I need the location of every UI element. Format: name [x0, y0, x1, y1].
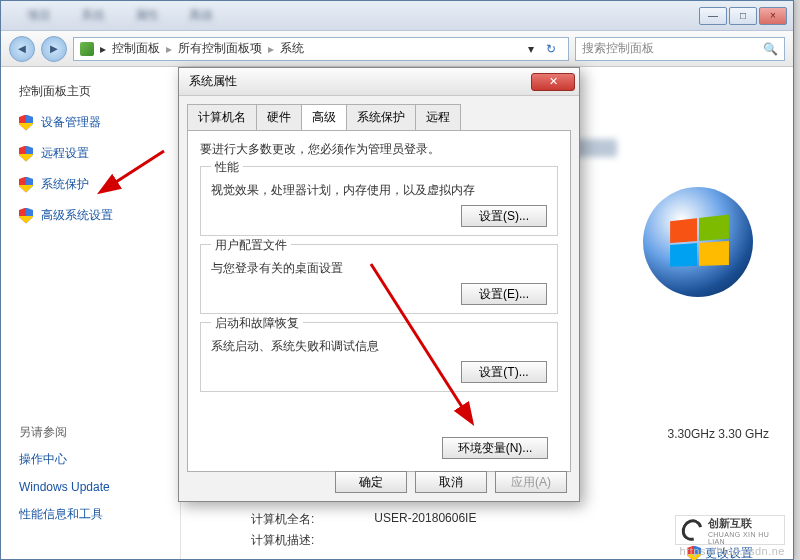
sidebar-item-remote[interactable]: 远程设置 [19, 145, 180, 162]
link-performance[interactable]: 性能信息和工具 [19, 506, 180, 523]
close-button[interactable]: × [759, 7, 787, 25]
group-startup-recovery: 启动和故障恢复 系统启动、系统失败和调试信息 设置(T)... [200, 322, 558, 392]
brand-logo: 创新互联 CHUANG XIN HU LIAN [675, 515, 785, 545]
search-box[interactable]: 搜索控制面板 🔍 [575, 37, 785, 61]
toolbar: ◄ ► ▸ 控制面板 ▸ 所有控制面板项 ▸ 系统 ▾ ↻ 搜索控制面板 🔍 [1, 31, 793, 67]
breadcrumb-mid[interactable]: 所有控制面板项 [178, 40, 262, 57]
sidebar: 控制面板主页 设备管理器 远程设置 系统保护 高级系统设置 另请参阅 操作中心 … [1, 67, 181, 559]
tab-remote[interactable]: 远程 [415, 104, 461, 130]
tab-hardware[interactable]: 硬件 [256, 104, 302, 130]
ok-button[interactable]: 确定 [335, 471, 407, 493]
maximize-button[interactable]: □ [729, 7, 757, 25]
sidebar-item-device-manager[interactable]: 设备管理器 [19, 114, 180, 131]
refresh-icon[interactable]: ↻ [540, 42, 562, 56]
search-placeholder: 搜索控制面板 [582, 40, 654, 57]
sidebar-item-protection[interactable]: 系统保护 [19, 176, 180, 193]
apply-button[interactable]: 应用(A) [495, 471, 567, 493]
control-panel-window: 项目系统属性高级 — □ × ◄ ► ▸ 控制面板 ▸ 所有控制面板项 ▸ 系统… [0, 0, 794, 560]
environment-variables-button[interactable]: 环境变量(N)... [442, 437, 548, 459]
dialog-close-button[interactable]: ✕ [531, 73, 575, 91]
cancel-button[interactable]: 取消 [415, 471, 487, 493]
tab-panel-advanced: 要进行大多数更改，您必须作为管理员登录。 性能 视觉效果，处理器计划，内存使用，… [187, 130, 571, 472]
computer-info: 计算机全名:USER-20180606IE 计算机描述: [251, 511, 476, 553]
address-bar[interactable]: ▸ 控制面板 ▸ 所有控制面板项 ▸ 系统 ▾ ↻ [73, 37, 569, 61]
shield-icon [19, 115, 33, 131]
shield-icon [19, 177, 33, 193]
link-windows-update[interactable]: Windows Update [19, 480, 180, 494]
see-also-heading: 另请参阅 [19, 424, 180, 441]
dialog-button-row: 确定 取消 应用(A) [335, 471, 567, 493]
tab-advanced[interactable]: 高级 [301, 104, 347, 130]
cpu-freq: 3.30GHz 3.30 GHz [668, 427, 769, 441]
brand-c-icon [678, 516, 706, 545]
dialog-tabs: 计算机名 硬件 高级 系统保护 远程 [187, 104, 571, 130]
sidebar-heading: 控制面板主页 [19, 83, 180, 100]
minimize-button[interactable]: — [699, 7, 727, 25]
shield-icon [19, 208, 33, 224]
back-button[interactable]: ◄ [9, 36, 35, 62]
window-titlebar: 项目系统属性高级 — □ × [1, 1, 793, 31]
group-performance: 性能 视觉效果，处理器计划，内存使用，以及虚拟内存 设置(S)... [200, 166, 558, 236]
forward-button[interactable]: ► [41, 36, 67, 62]
breadcrumb-root[interactable]: 控制面板 [112, 40, 160, 57]
sidebar-item-advanced[interactable]: 高级系统设置 [19, 207, 180, 224]
windows-logo [643, 187, 753, 297]
performance-settings-button[interactable]: 设置(S)... [461, 205, 547, 227]
breadcrumb-leaf[interactable]: 系统 [280, 40, 304, 57]
search-icon: 🔍 [763, 42, 778, 56]
dialog-titlebar[interactable]: 系统属性 ✕ [179, 68, 579, 96]
link-action-center[interactable]: 操作中心 [19, 451, 180, 468]
system-properties-dialog: 系统属性 ✕ 计算机名 硬件 高级 系统保护 远程 要进行大多数更改，您必须作为… [178, 67, 580, 502]
control-panel-icon [80, 42, 94, 56]
profiles-settings-button[interactable]: 设置(E)... [461, 283, 547, 305]
admin-notice: 要进行大多数更改，您必须作为管理员登录。 [200, 141, 558, 158]
watermark: https://blog.csdn.ne [680, 545, 785, 557]
dialog-title: 系统属性 [189, 73, 237, 90]
group-user-profiles: 用户配置文件 与您登录有关的桌面设置 设置(E)... [200, 244, 558, 314]
tab-computer-name[interactable]: 计算机名 [187, 104, 257, 130]
startup-settings-button[interactable]: 设置(T)... [461, 361, 547, 383]
titlebar-blur-text: 项目系统属性高级 [7, 7, 697, 24]
tab-protection[interactable]: 系统保护 [346, 104, 416, 130]
shield-icon [19, 146, 33, 162]
